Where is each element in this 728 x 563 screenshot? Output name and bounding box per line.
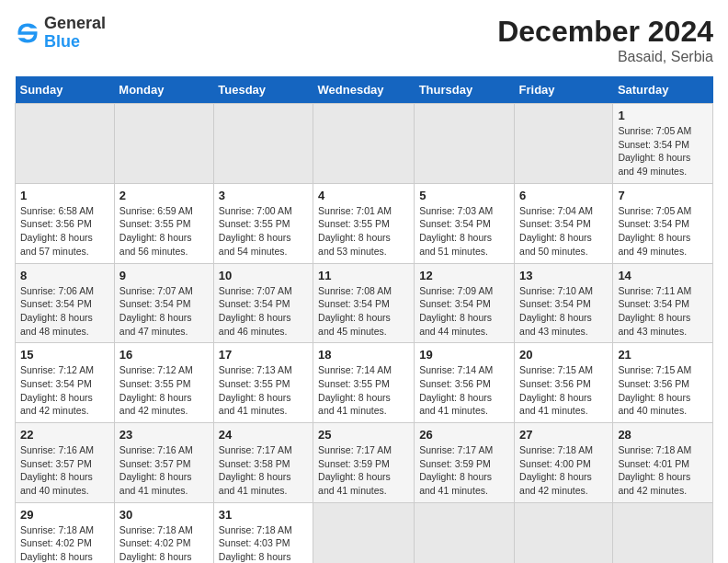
calendar-cell: 23Sunrise: 7:16 AMSunset: 3:57 PMDayligh…	[114, 423, 213, 503]
day-info: Sunrise: 7:04 AMSunset: 3:54 PMDaylight:…	[519, 204, 608, 259]
calendar-cell	[515, 104, 613, 184]
day-info: Sunrise: 7:07 AMSunset: 3:54 PMDaylight:…	[219, 284, 308, 339]
day-number: 1	[618, 109, 708, 122]
day-info: Sunrise: 7:08 AMSunset: 3:54 PMDaylight:…	[318, 284, 409, 339]
calendar-cell: 6Sunrise: 7:04 AMSunset: 3:54 PMDaylight…	[515, 183, 613, 263]
day-number: 25	[318, 428, 409, 442]
day-number: 21	[618, 348, 708, 362]
day-info: Sunrise: 7:12 AMSunset: 3:55 PMDaylight:…	[119, 363, 209, 418]
day-number: 30	[119, 508, 209, 522]
day-info: Sunrise: 7:12 AMSunset: 3:54 PMDaylight:…	[20, 363, 109, 418]
calendar-cell	[213, 104, 313, 184]
day-info: Sunrise: 7:15 AMSunset: 3:56 PMDaylight:…	[519, 363, 608, 418]
calendar-cell: 4Sunrise: 7:01 AMSunset: 3:55 PMDaylight…	[313, 183, 415, 263]
day-number: 9	[119, 269, 209, 282]
day-info: Sunrise: 7:17 AMSunset: 3:59 PMDaylight:…	[318, 443, 409, 498]
day-number: 11	[318, 269, 409, 282]
day-number: 18	[318, 348, 409, 362]
calendar-cell	[515, 502, 613, 563]
calendar-cell	[16, 104, 115, 184]
calendar-cell: 17Sunrise: 7:13 AMSunset: 3:55 PMDayligh…	[213, 343, 313, 423]
day-info: Sunrise: 6:59 AMSunset: 3:55 PMDaylight:…	[119, 204, 209, 259]
day-info: Sunrise: 7:01 AMSunset: 3:55 PMDaylight:…	[318, 204, 409, 259]
logo-line1: General	[44, 15, 106, 33]
calendar-cell: 1Sunrise: 7:05 AMSunset: 3:54 PMDaylight…	[613, 104, 713, 184]
calendar-cell: 7Sunrise: 7:05 AMSunset: 3:54 PMDaylight…	[613, 183, 713, 263]
day-info: Sunrise: 7:18 AMSunset: 4:03 PMDaylight:…	[219, 523, 308, 563]
calendar-week-row: 1Sunrise: 6:58 AMSunset: 3:56 PMDaylight…	[16, 183, 713, 263]
calendar-table: SundayMondayTuesdayWednesdayThursdayFrid…	[15, 76, 713, 563]
page-title: December 2024	[497, 15, 713, 49]
day-number: 15	[20, 348, 109, 362]
calendar-cell: 15Sunrise: 7:12 AMSunset: 3:54 PMDayligh…	[16, 343, 115, 423]
day-info: Sunrise: 7:18 AMSunset: 4:00 PMDaylight:…	[519, 443, 608, 498]
calendar-cell: 3Sunrise: 7:00 AMSunset: 3:55 PMDaylight…	[213, 183, 313, 263]
day-info: Sunrise: 7:11 AMSunset: 3:54 PMDaylight:…	[618, 284, 708, 339]
calendar-cell: 9Sunrise: 7:07 AMSunset: 3:54 PMDaylight…	[114, 263, 213, 343]
day-header-friday: Friday	[515, 76, 613, 104]
day-info: Sunrise: 7:03 AMSunset: 3:54 PMDaylight:…	[419, 204, 509, 259]
calendar-cell: 16Sunrise: 7:12 AMSunset: 3:55 PMDayligh…	[114, 343, 213, 423]
calendar-cell	[613, 502, 713, 563]
day-header-monday: Monday	[114, 76, 213, 104]
day-info: Sunrise: 7:05 AMSunset: 3:54 PMDaylight:…	[618, 204, 708, 259]
day-number: 24	[219, 428, 308, 442]
calendar-cell: 14Sunrise: 7:11 AMSunset: 3:54 PMDayligh…	[613, 263, 713, 343]
day-number: 17	[219, 348, 308, 362]
day-info: Sunrise: 7:18 AMSunset: 4:02 PMDaylight:…	[119, 523, 209, 563]
calendar-cell: 30Sunrise: 7:18 AMSunset: 4:02 PMDayligh…	[114, 502, 213, 563]
day-number: 27	[519, 428, 608, 442]
calendar-cell: 5Sunrise: 7:03 AMSunset: 3:54 PMDaylight…	[415, 183, 515, 263]
day-info: Sunrise: 7:14 AMSunset: 3:56 PMDaylight:…	[419, 363, 509, 418]
logo-icon	[15, 20, 40, 46]
calendar-cell: 29Sunrise: 7:18 AMSunset: 4:02 PMDayligh…	[16, 502, 115, 563]
day-number: 5	[419, 189, 509, 202]
day-number: 14	[618, 269, 708, 282]
day-info: Sunrise: 7:14 AMSunset: 3:55 PMDaylight:…	[318, 363, 409, 418]
calendar-cell: 18Sunrise: 7:14 AMSunset: 3:55 PMDayligh…	[313, 343, 415, 423]
day-number: 2	[119, 189, 209, 202]
day-number: 12	[419, 269, 509, 282]
calendar-cell: 11Sunrise: 7:08 AMSunset: 3:54 PMDayligh…	[313, 263, 415, 343]
calendar-cell: 2Sunrise: 6:59 AMSunset: 3:55 PMDaylight…	[114, 183, 213, 263]
day-number: 31	[219, 508, 308, 522]
calendar-cell: 12Sunrise: 7:09 AMSunset: 3:54 PMDayligh…	[415, 263, 515, 343]
day-info: Sunrise: 7:18 AMSunset: 4:02 PMDaylight:…	[20, 523, 109, 563]
calendar-week-row: 29Sunrise: 7:18 AMSunset: 4:02 PMDayligh…	[16, 502, 713, 563]
calendar-cell: 27Sunrise: 7:18 AMSunset: 4:00 PMDayligh…	[515, 423, 613, 503]
calendar-cell: 26Sunrise: 7:17 AMSunset: 3:59 PMDayligh…	[415, 423, 515, 503]
calendar-cell: 19Sunrise: 7:14 AMSunset: 3:56 PMDayligh…	[415, 343, 515, 423]
day-number: 3	[219, 189, 308, 202]
day-info: Sunrise: 7:07 AMSunset: 3:54 PMDaylight:…	[119, 284, 209, 339]
calendar-cell: 31Sunrise: 7:18 AMSunset: 4:03 PMDayligh…	[213, 502, 313, 563]
logo: General Blue	[15, 15, 106, 52]
logo-line2: Blue	[44, 33, 106, 52]
day-info: Sunrise: 7:06 AMSunset: 3:54 PMDaylight:…	[20, 284, 109, 339]
day-number: 10	[219, 269, 308, 282]
day-info: Sunrise: 7:13 AMSunset: 3:55 PMDaylight:…	[219, 363, 308, 418]
calendar-cell: 25Sunrise: 7:17 AMSunset: 3:59 PMDayligh…	[313, 423, 415, 503]
day-info: Sunrise: 7:17 AMSunset: 3:58 PMDaylight:…	[219, 443, 308, 498]
day-info: Sunrise: 7:09 AMSunset: 3:54 PMDaylight:…	[419, 284, 509, 339]
day-number: 22	[20, 428, 109, 442]
day-number: 13	[519, 269, 608, 282]
day-number: 28	[618, 428, 708, 442]
calendar-cell: 13Sunrise: 7:10 AMSunset: 3:54 PMDayligh…	[515, 263, 613, 343]
day-header-wednesday: Wednesday	[313, 76, 415, 104]
calendar-cell: 22Sunrise: 7:16 AMSunset: 3:57 PMDayligh…	[16, 423, 115, 503]
day-number: 29	[20, 508, 109, 522]
calendar-week-row: 22Sunrise: 7:16 AMSunset: 3:57 PMDayligh…	[16, 423, 713, 503]
day-header-saturday: Saturday	[613, 76, 713, 104]
calendar-cell: 8Sunrise: 7:06 AMSunset: 3:54 PMDaylight…	[16, 263, 115, 343]
day-info: Sunrise: 7:00 AMSunset: 3:55 PMDaylight:…	[219, 204, 308, 259]
logo-text: General Blue	[44, 15, 106, 52]
calendar-cell	[415, 502, 515, 563]
day-number: 8	[20, 269, 109, 282]
page-subtitle: Basaid, Serbia	[497, 49, 713, 65]
day-info: Sunrise: 7:10 AMSunset: 3:54 PMDaylight:…	[519, 284, 608, 339]
calendar-cell: 28Sunrise: 7:18 AMSunset: 4:01 PMDayligh…	[613, 423, 713, 503]
day-number: 7	[618, 189, 708, 202]
day-header-tuesday: Tuesday	[213, 76, 313, 104]
day-number: 26	[419, 428, 509, 442]
calendar-cell	[313, 502, 415, 563]
